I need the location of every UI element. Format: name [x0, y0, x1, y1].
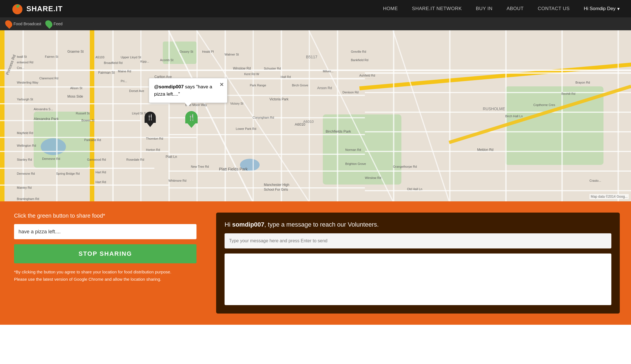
message-box: Hi somdip007, type a message to reach ou… [216, 213, 620, 314]
dropdown-arrow-icon: ▾ [617, 6, 620, 12]
svg-text:Birch Hall Ln: Birch Hall Ln [505, 114, 523, 118]
svg-rect-13 [0, 70, 631, 71]
svg-rect-43 [281, 30, 282, 201]
svg-text:Copthorne Cres: Copthorne Cres [533, 103, 555, 107]
svg-text:entwood Rd: entwood Rd [17, 61, 33, 64]
svg-text:Upper Lloyd St: Upper Lloyd St [121, 56, 141, 59]
breadcrumb-label1: Food Broadcast [13, 22, 41, 26]
message-title: Hi somdip007, type a message to reach ou… [225, 221, 611, 228]
svg-text:Victory St: Victory St [230, 102, 243, 105]
svg-text:Milver...: Milver... [323, 70, 333, 73]
svg-text:Thornton Rd: Thornton Rd [146, 137, 163, 140]
map-attribution: Map data ©2014 Goog... [589, 194, 629, 199]
svg-text:Brayon Rd: Brayon Rd [575, 81, 590, 84]
svg-text:Wellington Rd: Wellington Rd [17, 144, 36, 147]
svg-text:🍴: 🍴 [188, 114, 196, 121]
svg-rect-49 [561, 30, 563, 201]
svg-rect-47 [449, 30, 451, 201]
logo[interactable]: SHARE.IT [11, 3, 63, 15]
svg-text:Victoria Park: Victoria Park [269, 97, 289, 101]
svg-rect-32 [365, 151, 631, 152]
svg-rect-26 [168, 171, 365, 172]
svg-text:Schuster Rd: Schuster Rd [264, 67, 281, 70]
svg-text:Demesne Rd: Demesne Rd [42, 157, 60, 160]
svg-rect-15 [0, 103, 168, 104]
svg-text:Park Range: Park Range [250, 84, 266, 87]
stop-sharing-button[interactable]: STOP SHARING [14, 244, 196, 263]
breadcrumb-volunteers: Food Broadcast [6, 20, 41, 28]
svg-text:Walmer St: Walmer St [225, 53, 239, 56]
svg-text:🍴: 🍴 [147, 114, 154, 121]
food-input[interactable] [14, 224, 196, 239]
svg-text:Bankfield Rd: Bankfield Rd [351, 58, 368, 62]
nav: HOME SHARE.IT NETWORK BUY IN ABOUT CONTA… [383, 6, 620, 12]
svg-rect-46 [393, 30, 394, 201]
svg-text:Conyngham Rd: Conyngham Rd [253, 116, 274, 119]
left-panel: Click the green button to share food* ST… [0, 201, 208, 325]
svg-text:Bexhill Rd: Bexhill Rd [561, 92, 575, 95]
svg-rect-17 [0, 137, 196, 138]
svg-text:Lower Park Rd: Lower Park Rd [236, 127, 256, 130]
svg-text:B5117: B5117 [306, 55, 317, 59]
share-instruction: Click the green button to share food* [14, 213, 196, 219]
user-name: Hi Somdip Dey [584, 6, 616, 11]
svg-text:Maine Rd: Maine Rd [118, 70, 131, 73]
svg-text:twall St: twall St [17, 55, 27, 58]
svg-text:Whitmore Rd: Whitmore Rd [168, 179, 186, 182]
svg-text:Parkside Rd: Parkside Rd [84, 138, 101, 142]
svg-text:Mayfield Rd: Mayfield Rd [17, 131, 33, 135]
svg-text:Greville Rd: Greville Rd [351, 50, 366, 53]
message-username: somdip007 [232, 221, 264, 228]
popup-username: @somdip007 [154, 84, 184, 89]
svg-text:Graeme St: Graeme St [67, 50, 84, 54]
svg-text:Platt Ln: Platt Ln [166, 155, 177, 159]
svg-rect-31 [365, 131, 631, 132]
nav-about[interactable]: ABOUT [507, 6, 524, 11]
header: SHARE.IT HOME SHARE.IT NETWORK BUY IN AB… [0, 0, 631, 17]
svg-text:Cro...: Cro... [17, 66, 24, 70]
svg-text:Acomb St: Acomb St [160, 58, 173, 62]
svg-point-8 [41, 138, 66, 155]
svg-rect-20 [0, 185, 168, 186]
svg-text:Dorset Ave: Dorset Ave [129, 89, 144, 93]
svg-rect-34 [365, 190, 631, 191]
nav-contact[interactable]: CONTACT US [538, 6, 570, 11]
svg-text:Stanley Rd: Stanley Rd [17, 158, 32, 161]
svg-text:Brantingham Rd: Brantingham Rd [17, 197, 39, 201]
svg-text:Heald Pl: Heald Pl [202, 50, 214, 53]
svg-text:Old Hall Ln: Old Hall Ln [407, 187, 422, 191]
svg-rect-24 [168, 134, 365, 135]
svg-text:Bowes St: Bowes St [81, 119, 94, 122]
svg-rect-5 [323, 114, 401, 185]
svg-text:Spring Bridge Rd: Spring Bridge Rd [56, 172, 80, 175]
svg-rect-29 [365, 92, 631, 93]
map-popup: ✕ @somdip007 says "have a pizza left....… [149, 78, 227, 103]
svg-text:Alexandra S...: Alexandra S... [34, 107, 53, 111]
svg-rect-33 [365, 171, 631, 172]
nav-home[interactable]: HOME [383, 6, 398, 11]
message-area [225, 254, 611, 305]
svg-text:Winslow Rd: Winslow Rd [365, 176, 381, 179]
svg-rect-11 [0, 30, 4, 201]
svg-text:Hart Rd: Hart Rd [95, 171, 106, 174]
svg-text:A5103: A5103 [95, 56, 104, 59]
svg-text:Moss Side: Moss Side [67, 95, 83, 98]
svg-text:Grangethorpe Rd: Grangethorpe Rd [393, 165, 417, 168]
nav-buy-in[interactable]: BUY IN [476, 6, 492, 11]
nav-network[interactable]: SHARE.IT NETWORK [412, 6, 462, 11]
svg-text:Brighton Grove: Brighton Grove [345, 162, 366, 165]
svg-text:Garswood Rd: Garswood Rd [87, 158, 106, 161]
popup-close-icon[interactable]: ✕ [220, 81, 224, 89]
svg-text:Crasto...: Crasto... [589, 179, 601, 182]
svg-text:Manchester High: Manchester High [264, 183, 289, 187]
svg-text:Kipp...: Kipp... [140, 60, 149, 63]
svg-text:School For Girls: School For Girls [264, 188, 288, 192]
user-menu[interactable]: Hi Somdip Dey ▾ [584, 6, 620, 12]
svg-rect-18 [0, 151, 168, 152]
svg-text:Claremont Rd: Claremont Rd [39, 77, 58, 80]
message-input[interactable] [225, 233, 611, 248]
svg-rect-16 [0, 120, 140, 121]
pin-green-icon [44, 19, 54, 29]
svg-text:Pri...: Pri... [121, 79, 127, 83]
svg-text:Norman Rd: Norman Rd [345, 148, 361, 151]
